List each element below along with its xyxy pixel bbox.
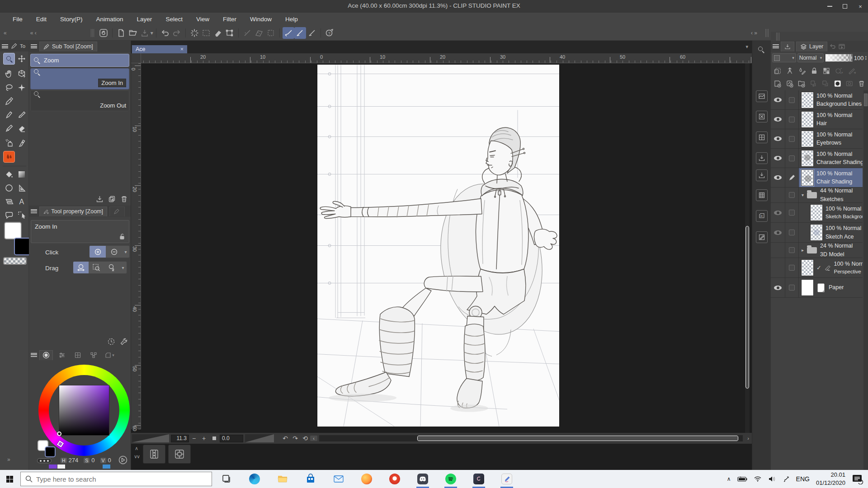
- snap-special-off-icon[interactable]: [253, 27, 265, 39]
- clear-button[interactable]: [189, 27, 200, 39]
- layer-thumbnail[interactable]: [802, 150, 813, 166]
- open-file-button[interactable]: [127, 27, 139, 39]
- red-browser-icon[interactable]: [386, 470, 404, 488]
- save-button[interactable]: [139, 27, 151, 39]
- layer-checkbox[interactable]: [789, 247, 795, 253]
- lock-layer-icon[interactable]: [810, 67, 818, 75]
- tool-hand[interactable]: [3, 68, 15, 80]
- edge-icon[interactable]: [245, 470, 264, 488]
- menu-layer[interactable]: Layer: [131, 16, 159, 23]
- layer-row-background-lines[interactable]: 100 % NormalBackground Lines: [771, 90, 863, 110]
- subtool-menu-icon[interactable]: [31, 44, 37, 48]
- opacity-slider[interactable]: [825, 54, 852, 62]
- draft-layer-icon[interactable]: [798, 67, 806, 75]
- layer-thumbnail[interactable]: [802, 112, 813, 127]
- layer-checkbox[interactable]: [789, 230, 795, 235]
- layer-row-sketch-background[interactable]: 100 % NormalSketch Background: [771, 203, 863, 223]
- deselect-button[interactable]: [200, 27, 212, 39]
- menu-animation[interactable]: Animation: [90, 16, 130, 23]
- discord-icon[interactable]: [414, 470, 432, 488]
- menu-file[interactable]: File: [6, 16, 29, 23]
- material-download-icon-1[interactable]: [756, 152, 768, 164]
- canvas-search-icon[interactable]: [758, 46, 764, 53]
- brush-detail-tab[interactable]: [109, 206, 125, 216]
- transfer-down-icon-disabled[interactable]: [810, 80, 818, 88]
- fit-to-screen-icon[interactable]: [212, 436, 216, 440]
- action-center-icon[interactable]: [852, 474, 863, 484]
- layer-checkbox[interactable]: [789, 192, 795, 198]
- close-button[interactable]: ×: [853, 0, 868, 13]
- subview-panel-icon[interactable]: [756, 111, 768, 122]
- layer-checkbox[interactable]: [789, 97, 795, 103]
- rotation-slider[interactable]: [245, 434, 274, 442]
- new-raster-layer-icon[interactable]: [774, 80, 782, 88]
- toolbar-handle[interactable]: [91, 29, 94, 37]
- zoom-out-button[interactable]: −: [189, 435, 199, 442]
- clip-at-layer-icon[interactable]: [774, 67, 782, 75]
- tool-fountain-pen[interactable]: [16, 137, 28, 149]
- reset-default-icon[interactable]: [107, 338, 115, 346]
- document-canvas[interactable]: [317, 65, 559, 427]
- item-bank-panel-icon[interactable]: [756, 131, 768, 143]
- layer-thumbnail[interactable]: [811, 225, 822, 240]
- rotate-right-icon[interactable]: ↷: [290, 435, 300, 442]
- layer-row-eyebrows[interactable]: 100 % NormalEyebrows: [771, 129, 863, 149]
- reference-view-button[interactable]: [168, 445, 191, 464]
- drag-zoom-slide-button[interactable]: [73, 262, 89, 273]
- snap-to-special-ruler-button[interactable]: [294, 27, 306, 39]
- tool-object-select[interactable]: [16, 209, 28, 221]
- layer-row-sketches-folder[interactable]: ▾ 44 % NormalSketches: [771, 188, 863, 203]
- menu-select[interactable]: Select: [159, 16, 189, 23]
- unlock-icon[interactable]: [118, 233, 125, 240]
- search-input[interactable]: [36, 475, 185, 483]
- tool-frame-border[interactable]: [3, 196, 15, 207]
- apply-mask-icon-disabled[interactable]: [845, 80, 854, 88]
- spotify-icon[interactable]: [442, 470, 460, 488]
- canvas-vertical-scrollbar[interactable]: [745, 63, 750, 433]
- layer-row-sketch-ace[interactable]: 100 % NormalSketch Ace: [771, 223, 863, 243]
- toolprop-tab[interactable]: Tool property [Zoom]: [39, 206, 107, 216]
- color-set-tab[interactable]: [71, 350, 85, 360]
- rotate-left-icon[interactable]: ↶: [280, 435, 290, 442]
- subtool-group-zoom[interactable]: Zoom: [30, 54, 129, 67]
- snap-grid-off-icon[interactable]: [265, 27, 277, 39]
- wrench-settings-icon[interactable]: [120, 338, 128, 346]
- intermediate-color-tab[interactable]: [87, 350, 100, 360]
- snap-ruler-off-icon[interactable]: [241, 27, 253, 39]
- eye-icon[interactable]: [774, 98, 782, 102]
- ruler-range-icon-disabled[interactable]: ▾: [848, 67, 857, 75]
- menu-filter[interactable]: Filter: [217, 16, 243, 23]
- redo-button[interactable]: [171, 27, 183, 39]
- history-swatch-white[interactable]: [57, 465, 65, 469]
- zoom-slider[interactable]: [132, 434, 169, 442]
- blend-mode-combo[interactable]: Normal▾: [797, 53, 824, 62]
- tool-eraser[interactable]: [16, 122, 28, 134]
- tab-list-icon[interactable]: ▾: [745, 44, 748, 50]
- layer-animation-icon[interactable]: [838, 43, 845, 50]
- sv-marker[interactable]: [57, 432, 61, 436]
- menu-help[interactable]: Help: [279, 16, 304, 23]
- menu-window[interactable]: Window: [244, 16, 278, 23]
- tool-lasso[interactable]: [3, 82, 15, 94]
- navigator-panel-icon[interactable]: [756, 90, 768, 102]
- clip-studio-icon[interactable]: [470, 470, 488, 488]
- import-subtool-icon[interactable]: [96, 195, 104, 203]
- layer-checkbox[interactable]: [789, 155, 795, 161]
- volume-icon[interactable]: [768, 476, 776, 482]
- eye-icon[interactable]: [774, 136, 782, 141]
- layer-thumbnail[interactable]: [802, 92, 813, 108]
- color-menu-icon[interactable]: [31, 353, 37, 357]
- tool-move[interactable]: [16, 53, 28, 65]
- tool-operate-3d[interactable]: [16, 68, 28, 80]
- task-view-button[interactable]: [217, 470, 236, 488]
- timeline-expand-up-icon[interactable]: ∧: [135, 446, 138, 451]
- layer-import-tab[interactable]: [781, 42, 794, 52]
- clip-studio-logo[interactable]: [98, 27, 109, 39]
- folder-closed-chevron-icon[interactable]: ▸: [802, 248, 804, 253]
- pen-settings-icon[interactable]: [783, 475, 790, 483]
- toolprop-menu-icon[interactable]: [31, 209, 37, 213]
- hidden-icons-chevron[interactable]: ∧: [727, 476, 731, 482]
- transform-button[interactable]: [224, 27, 236, 39]
- tool-text[interactable]: A: [16, 196, 28, 207]
- minimize-button[interactable]: [822, 0, 837, 13]
